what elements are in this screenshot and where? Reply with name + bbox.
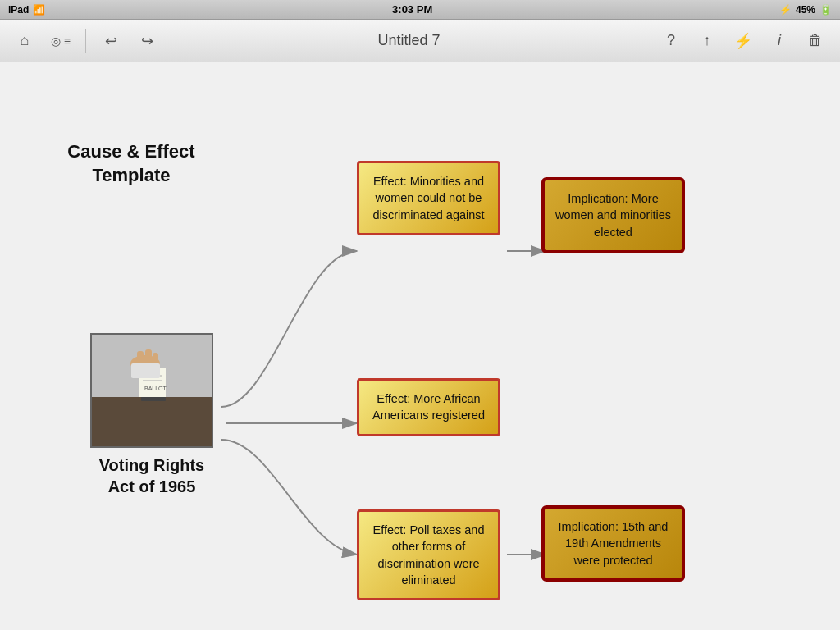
svg-rect-3 — [108, 400, 199, 409]
ipad-label: iPad — [8, 4, 29, 16]
status-left: iPad 📶 — [8, 4, 45, 16]
status-bar: iPad 📶 3:03 PM ⚡ 45% 🔋 — [0, 0, 840, 20]
wifi-icon: 📶 — [33, 4, 45, 16]
flash-button[interactable]: ⚡ — [728, 26, 758, 56]
toolbar-right: ? ↑ ⚡ i 🗑 — [656, 26, 830, 56]
svg-rect-13 — [131, 363, 160, 378]
status-time: 3:03 PM — [392, 3, 432, 16]
effect-box-1[interactable]: Effect: Minorities and women could not b… — [357, 161, 500, 235]
svg-rect-12 — [153, 353, 158, 364]
battery-label: 45% — [796, 4, 815, 16]
home-button[interactable]: ⌂ — [10, 26, 39, 56]
battery-icon: 🔋 — [819, 4, 832, 16]
effect-box-3[interactable]: Effect: Poll taxes and other forms of di… — [357, 509, 500, 600]
help-button[interactable]: ? — [656, 26, 686, 56]
undo-button[interactable]: ↩ — [96, 26, 126, 56]
svg-rect-2 — [108, 404, 199, 445]
ballot-image: BALLOT — [90, 333, 213, 448]
cause-effect-label: Cause & Effect Template — [66, 140, 197, 187]
redo-button[interactable]: ↪ — [132, 26, 162, 56]
implication-box-1[interactable]: Implication: More women and minorities e… — [541, 177, 685, 253]
svg-text:BALLOT: BALLOT — [144, 386, 167, 391]
group-button[interactable]: ◎ ≡ — [46, 26, 75, 56]
main-canvas: Cause & Effect Template BALLOT — [0, 62, 840, 630]
implication-box-2[interactable]: Implication: 15th and 19th Amendments we… — [541, 505, 685, 582]
trash-button[interactable]: 🗑 — [801, 26, 830, 56]
status-right: ⚡ 45% 🔋 — [779, 4, 832, 16]
svg-rect-4 — [141, 402, 166, 405]
info-button[interactable]: i — [765, 26, 794, 56]
share-button[interactable]: ↑ — [692, 26, 722, 56]
toolbar-separator-1 — [85, 29, 86, 53]
bluetooth-icon: ⚡ — [779, 4, 792, 16]
effect-box-2[interactable]: Effect: More African Americans registere… — [357, 378, 500, 436]
svg-rect-11 — [145, 349, 152, 364]
toolbar: ⌂ ◎ ≡ ↩ ↪ Untitled 7 ? ↑ ⚡ i 🗑 — [0, 20, 840, 62]
vra-container: BALLOT Voting Rights Act of 1965 — [86, 333, 217, 497]
document-title: Untitled 7 — [168, 32, 650, 49]
vra-label: Voting Rights Act of 1965 — [86, 454, 217, 497]
